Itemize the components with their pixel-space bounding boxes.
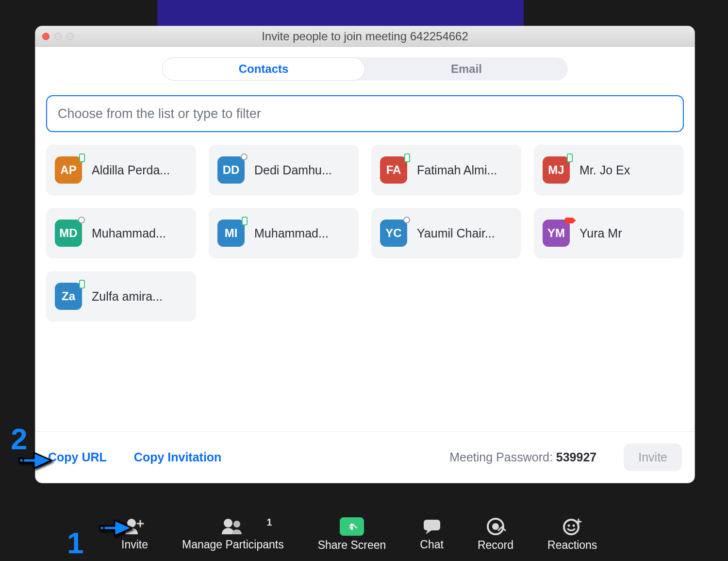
- contact-name: Aldilla Perda...: [92, 163, 187, 177]
- avatar: MI: [217, 220, 245, 247]
- annotation-pointer-1-icon: [97, 514, 135, 542]
- share-screen-chevron-icon[interactable]: [348, 521, 359, 532]
- traffic-lights: [42, 33, 74, 40]
- svg-rect-3: [424, 520, 440, 530]
- contact-card[interactable]: ZaZulfa amira...: [46, 271, 196, 322]
- minimize-window-button[interactable]: [54, 33, 62, 40]
- window-title: Invite people to join meeting 642254662: [35, 30, 695, 43]
- toolbar-record[interactable]: Record: [478, 517, 513, 552]
- svg-point-7: [568, 524, 570, 527]
- contact-name: Yura Mr: [579, 226, 675, 240]
- contact-filter-input[interactable]: [46, 95, 684, 132]
- avatar: MD: [55, 220, 82, 247]
- chat-icon: [422, 518, 442, 535]
- contact-card[interactable]: YCYaumil Chair...: [371, 208, 521, 258]
- participants-count-badge: 1: [267, 517, 272, 528]
- toolbar-share-screen[interactable]: Share Screen: [318, 517, 386, 552]
- presence-indicator-icon: [404, 153, 410, 162]
- toolbar-participants-label: Manage Participants: [182, 538, 284, 551]
- contact-name: Muhammad...: [92, 226, 187, 240]
- invite-dialog: Invite people to join meeting 642254662 …: [35, 26, 695, 483]
- avatar: DD: [217, 156, 245, 184]
- meeting-password-value: 539927: [556, 450, 596, 464]
- record-chevron-icon[interactable]: [497, 524, 507, 534]
- avatar: YC: [380, 220, 407, 247]
- toolbar-record-label: Record: [478, 539, 513, 552]
- avatar-wrap: MD: [55, 220, 82, 247]
- contact-card[interactable]: DDDedi Damhu...: [209, 145, 359, 195]
- contacts-grid: APAldilla Perda...DDDedi Damhu...FAFatim…: [35, 132, 695, 322]
- avatar: Za: [55, 283, 82, 310]
- avatar-wrap: AP: [55, 156, 82, 184]
- contact-card[interactable]: FAFatimah Almi...: [371, 145, 521, 195]
- copy-invitation-button[interactable]: Copy Invitation: [134, 450, 222, 464]
- avatar: MJ: [543, 156, 570, 184]
- dialog-footer: Copy URL Copy Invitation Meeting Passwor…: [35, 431, 695, 483]
- invite-tabs: Contacts Email: [35, 47, 695, 81]
- contact-name: Dedi Damhu...: [254, 163, 350, 177]
- avatar-wrap: MI: [217, 220, 245, 247]
- contact-name: Muhammad...: [254, 226, 350, 240]
- toolbar-chat-label: Chat: [420, 538, 444, 551]
- contact-name: Zulfa amira...: [92, 289, 187, 304]
- reactions-icon: [563, 517, 582, 536]
- avatar-wrap: MJ: [543, 156, 570, 184]
- svg-point-8: [573, 524, 575, 527]
- presence-indicator-icon: [241, 153, 248, 160]
- contact-card[interactable]: MJMr. Jo Ex: [534, 145, 684, 195]
- presence-indicator-icon: [242, 217, 248, 225]
- contact-card[interactable]: MIMuhammad...: [209, 208, 359, 258]
- avatar: FA: [380, 156, 407, 184]
- avatar-wrap: DD: [217, 156, 245, 184]
- avatar: YM: [543, 220, 570, 247]
- svg-point-2: [233, 521, 240, 527]
- toolbar-reactions-label: Reactions: [547, 539, 597, 552]
- meeting-password-label: Meeting Password:: [449, 450, 553, 464]
- participants-icon: [220, 518, 246, 535]
- annotation-pointer-2-icon: [17, 447, 54, 474]
- presence-indicator-icon: [567, 153, 573, 162]
- contact-name: Mr. Jo Ex: [579, 163, 675, 177]
- close-window-button[interactable]: [42, 33, 50, 40]
- toolbar-reactions[interactable]: Reactions: [547, 517, 597, 552]
- meeting-password: Meeting Password: 539927: [449, 450, 596, 464]
- avatar-wrap: YM: [543, 220, 570, 247]
- copy-url-button[interactable]: Copy URL: [48, 450, 107, 464]
- presence-indicator-icon: [565, 218, 574, 223]
- annotation-step-1-number: 1: [67, 526, 83, 560]
- tab-email[interactable]: Email: [365, 57, 568, 81]
- toolbar-manage-participants[interactable]: 1 Manage Participants: [182, 518, 284, 551]
- window-titlebar: Invite people to join meeting 642254662: [35, 26, 695, 47]
- contact-card[interactable]: YMYura Mr: [534, 208, 684, 258]
- presence-indicator-icon: [78, 217, 85, 223]
- presence-indicator-icon: [79, 280, 85, 289]
- contact-name: Yaumil Chair...: [417, 226, 513, 240]
- contact-card[interactable]: MDMuhammad...: [46, 208, 196, 258]
- presence-indicator-icon: [79, 153, 85, 162]
- avatar: AP: [55, 156, 82, 184]
- invite-button[interactable]: Invite: [624, 443, 682, 471]
- contact-name: Fatimah Almi...: [417, 163, 513, 177]
- toolbar-chat[interactable]: Chat: [420, 518, 444, 551]
- contact-card[interactable]: APAldilla Perda...: [46, 145, 196, 195]
- avatar-wrap: Za: [55, 283, 82, 310]
- zoom-window-button[interactable]: [66, 33, 74, 40]
- presence-indicator-icon: [403, 217, 410, 223]
- toolbar-share-label: Share Screen: [318, 539, 386, 552]
- avatar-wrap: YC: [380, 220, 407, 247]
- avatar-wrap: FA: [380, 156, 407, 184]
- tab-contacts[interactable]: Contacts: [162, 57, 365, 81]
- svg-point-1: [224, 519, 232, 527]
